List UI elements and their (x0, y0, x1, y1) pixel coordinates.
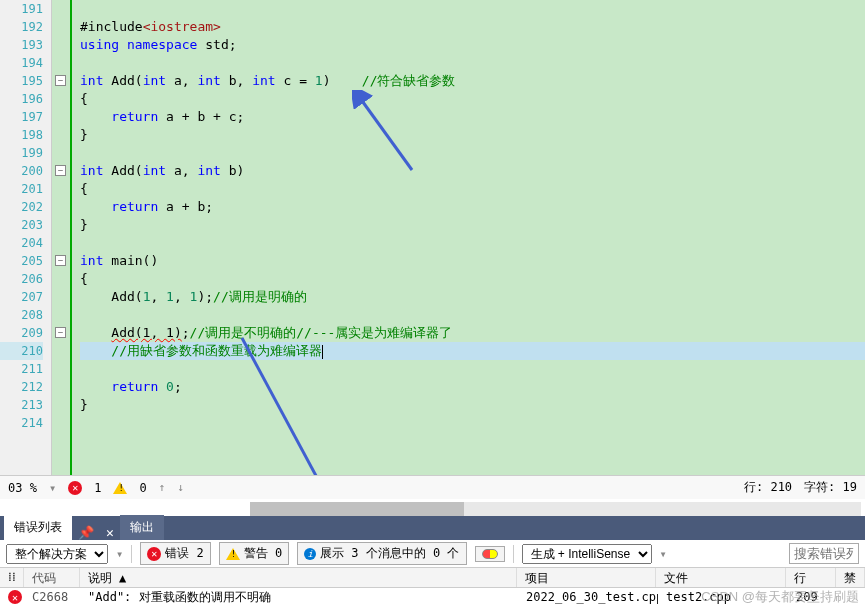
col-description[interactable]: 说明 ▲ (80, 568, 517, 587)
error-icon: ✕ (8, 590, 22, 604)
col-icon[interactable]: ⁞⁞ (0, 568, 24, 587)
pin-icon[interactable]: 📌 (72, 525, 100, 540)
info-icon: i (304, 548, 316, 560)
line-number-gutter: 1911921931941951961971981992002012022032… (0, 0, 52, 475)
error-row[interactable]: ✕C2668"Add": 对重载函数的调用不明确2022_06_30_test.… (0, 588, 865, 606)
error-icon[interactable]: ✕ (68, 481, 82, 495)
tab-error-list[interactable]: 错误列表 (4, 515, 72, 540)
warning-icon (226, 548, 240, 560)
zoom-level[interactable]: 03 % (8, 481, 37, 495)
search-input[interactable] (789, 543, 859, 564)
panel-tab-bar: 错误列表 📌 ✕ 输出 (0, 516, 865, 540)
messages-filter-button[interactable]: i 展示 3 个消息中的 0 个 (297, 542, 466, 565)
fold-toggle[interactable]: − (55, 255, 66, 266)
status-bar: 03 % ▾ ✕ 1 0 ↑ ↓ 行: 210 字符: 19 (0, 475, 865, 499)
tab-output[interactable]: 输出 (120, 515, 164, 540)
error-grid-body: ✕C2668"Add": 对重载函数的调用不明确2022_06_30_test.… (0, 588, 865, 608)
cursor-line: 行: 210 (744, 479, 792, 496)
error-icon: ✕ (147, 547, 161, 561)
error-count: 1 (94, 481, 101, 495)
col-file[interactable]: 文件 (656, 568, 786, 587)
code-content[interactable]: #include<iostream>using namespace std;in… (72, 0, 865, 475)
errors-filter-button[interactable]: ✕ 错误 2 (140, 542, 210, 565)
nav-up-icon[interactable]: ↑ (159, 481, 166, 494)
error-filter-bar: 整个解决方案 ▾ ✕ 错误 2 警告 0 i 展示 3 个消息中的 0 个 生成… (0, 540, 865, 568)
scope-select[interactable]: 整个解决方案 (6, 544, 108, 564)
warning-count: 0 (139, 481, 146, 495)
fold-toggle[interactable]: − (55, 327, 66, 338)
col-suppress[interactable]: 禁 (836, 568, 865, 587)
fold-toggle[interactable]: − (55, 165, 66, 176)
nav-down-icon[interactable]: ↓ (177, 481, 184, 494)
cursor-char: 字符: 19 (804, 479, 857, 496)
pill-icon (482, 549, 498, 559)
warnings-filter-button[interactable]: 警告 0 (219, 542, 289, 565)
col-line[interactable]: 行 (786, 568, 836, 587)
col-code[interactable]: 代码 (24, 568, 80, 587)
build-filter-button[interactable] (475, 546, 505, 562)
fold-toggle[interactable]: − (55, 75, 66, 86)
error-grid-header: ⁞⁞ 代码 说明 ▲ 项目 文件 行 禁 (0, 568, 865, 588)
warning-icon[interactable] (113, 482, 127, 494)
close-icon[interactable]: ✕ (100, 525, 120, 540)
col-project[interactable]: 项目 (517, 568, 657, 587)
horizontal-scrollbar[interactable] (250, 502, 861, 516)
code-editor: 1911921931941951961971981992002012022032… (0, 0, 865, 475)
source-select[interactable]: 生成 + IntelliSense (522, 544, 652, 564)
fold-column: −−−− (52, 0, 72, 475)
